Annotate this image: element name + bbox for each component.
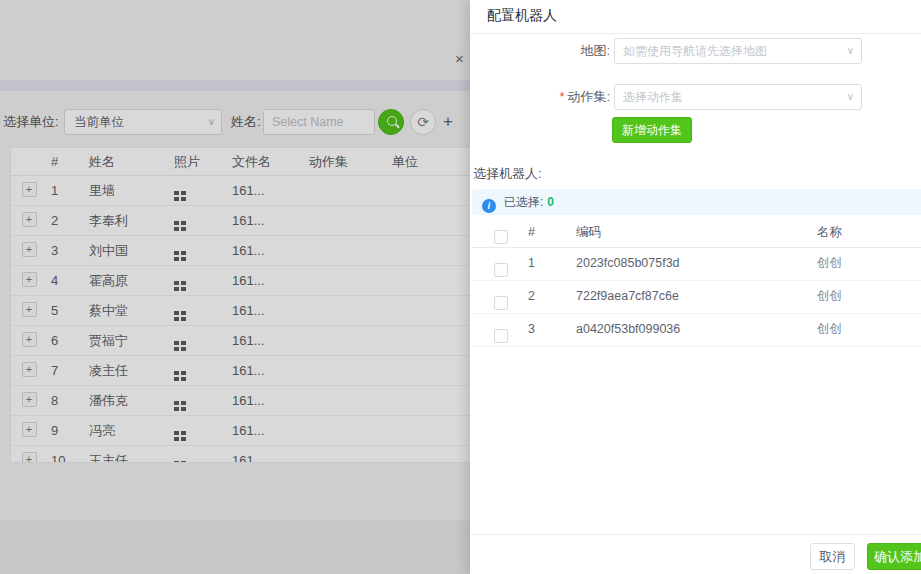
robot-code: a0420f53bf099036: [576, 313, 776, 346]
robot-table-header: # 编码 名称: [472, 218, 921, 248]
map-select[interactable]: 如需使用导航请先选择地图 ∨: [614, 38, 862, 64]
robot-name: 创创: [817, 247, 897, 280]
robot-code: 722f9aea7cf87c6e: [576, 280, 776, 313]
actionset-select[interactable]: 选择动作集 ∨: [614, 84, 862, 110]
robot-name: 创创: [817, 313, 897, 346]
info-icon: i: [482, 199, 496, 213]
robot-name: 创创: [817, 280, 897, 313]
actionset-select-placeholder: 选择动作集: [623, 90, 683, 104]
row-checkbox[interactable]: [494, 329, 508, 343]
robot-row[interactable]: 2 722f9aea7cf87c6e 创创: [472, 280, 921, 314]
add-actionset-button[interactable]: 新增动作集: [612, 117, 692, 143]
row-checkbox[interactable]: [494, 296, 508, 310]
robot-row[interactable]: 1 2023fc085b075f3d 创创: [472, 247, 921, 281]
configure-robot-drawer: 配置机器人 地图: 如需使用导航请先选择地图 ∨ *动作集: 选择动作集 ∨ 新…: [470, 0, 921, 574]
chevron-down-icon: ∨: [847, 85, 854, 109]
selected-count: 0: [547, 195, 554, 209]
select-robot-label: 选择机器人:: [473, 165, 542, 183]
chevron-down-icon: ∨: [847, 39, 854, 63]
selected-label: 已选择:: [504, 195, 543, 209]
col-index: #: [528, 218, 548, 247]
map-field-label: 地图:: [480, 38, 610, 64]
map-select-placeholder: 如需使用导航请先选择地图: [623, 44, 767, 58]
selected-count-alert: i已选择:0: [472, 189, 921, 215]
footer-divider: [470, 534, 921, 535]
background-page: × 选择单位: 当前单位 ∨ 姓名: ⟳ + # 姓名 照片 文件名 动作集 单…: [0, 0, 471, 574]
required-asterisk: *: [560, 90, 565, 104]
robot-code: 2023fc085b075f3d: [576, 247, 776, 280]
confirm-add-button[interactable]: 确认添加: [867, 543, 921, 570]
col-name: 名称: [817, 218, 897, 247]
select-all-checkbox[interactable]: [494, 230, 508, 244]
col-code: 编码: [576, 218, 776, 247]
modal-overlay-mask: [0, 0, 471, 574]
robot-row[interactable]: 3 a0420f53bf099036 创创: [472, 313, 921, 347]
title-divider: [470, 33, 921, 34]
drawer-title: 配置机器人: [487, 7, 557, 25]
row-checkbox[interactable]: [494, 263, 508, 277]
actionset-field-label: *动作集:: [480, 84, 610, 110]
cancel-button[interactable]: 取消: [810, 543, 855, 570]
